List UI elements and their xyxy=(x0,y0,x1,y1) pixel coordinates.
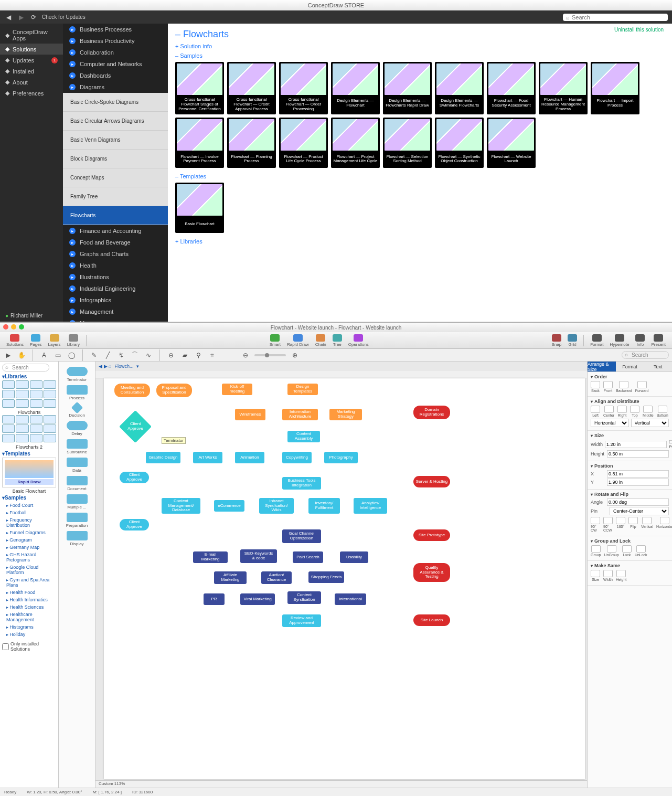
x-input[interactable] xyxy=(607,470,669,477)
tab-format[interactable]: Format xyxy=(616,362,644,372)
shape-data[interactable]: Data xyxy=(60,458,94,473)
tool-search-input[interactable]: Search xyxy=(622,351,669,359)
node[interactable]: Copywriting xyxy=(282,452,312,463)
same-row-height[interactable]: Height xyxy=(616,570,626,581)
zoom-out-icon[interactable]: ⊖ xyxy=(166,351,176,360)
nav-updates[interactable]: ◆ Updates1 xyxy=(0,55,63,66)
toolbar-smart[interactable]: Smart xyxy=(268,334,283,347)
angle-input[interactable] xyxy=(607,498,669,506)
position-title[interactable]: Position xyxy=(591,463,669,469)
sample-thumb[interactable]: Flowchart — Project Management Life Cycl… xyxy=(331,118,380,168)
same-row-width[interactable]: Width xyxy=(603,570,613,581)
sample-thumb[interactable]: Flowchart — Human Resource Management Pr… xyxy=(539,62,588,114)
pencil-tool[interactable]: ✎ xyxy=(89,351,99,360)
cat-finance-and-accounting[interactable]: Finance and Accounting xyxy=(63,225,168,237)
fill-tool[interactable]: ▰ xyxy=(180,351,189,360)
subcat-basic-circular-arrows-diagrams[interactable]: Basic Circular Arrows Diagrams xyxy=(63,112,168,131)
cat-diagrams[interactable]: Diagrams xyxy=(63,81,168,93)
text-tool[interactable]: A xyxy=(39,351,49,360)
flowcharts-shapes[interactable] xyxy=(2,380,56,408)
shape-decision[interactable]: Decision xyxy=(60,404,94,418)
tab-arrange[interactable]: Arrange & Size xyxy=(588,362,616,372)
nav-solutions[interactable]: ◆ Solutions xyxy=(0,44,63,55)
basic-flowchart-template[interactable]: Rapid Draw xyxy=(2,458,56,487)
order-row-backward[interactable]: Backward xyxy=(616,381,632,392)
toolbar-rapid-draw[interactable]: Rapid Draw xyxy=(285,334,311,347)
group-row-ungroup[interactable]: UnGroup xyxy=(604,545,618,557)
flowcharts2-shapes[interactable] xyxy=(2,415,56,442)
group-row-unlock[interactable]: UnLock xyxy=(635,545,647,557)
rect-tool[interactable]: ▭ xyxy=(53,351,62,360)
toolbar-grid[interactable]: Grid xyxy=(566,334,579,347)
reload-button[interactable]: ⟳ xyxy=(29,13,38,22)
crop-tool[interactable]: ⌗ xyxy=(207,351,217,360)
templates-header[interactable]: ▾Templates xyxy=(2,451,56,457)
cat-dashboards[interactable]: Dashboards xyxy=(63,70,168,81)
align-v-select[interactable]: Vertical xyxy=(631,419,669,427)
group-row-group[interactable]: Group xyxy=(591,545,601,557)
sample-link[interactable]: GHS Hazard Pictograms xyxy=(2,551,56,564)
sample-thumb[interactable]: Cross-functional Flowchart Stages of Per… xyxy=(175,62,224,114)
align-title[interactable]: Align and Distribute xyxy=(591,399,669,404)
pin-select[interactable]: Center-Center xyxy=(610,507,669,515)
node[interactable]: Photography xyxy=(324,452,358,463)
group-row-lock[interactable]: Lock xyxy=(622,545,632,557)
shape-process[interactable]: Process xyxy=(60,385,94,400)
sample-link[interactable]: Germany Map xyxy=(2,544,56,551)
order-row-forward[interactable]: Forward xyxy=(635,381,649,392)
node[interactable]: Content Syndication xyxy=(287,591,321,604)
toolbar-snap[interactable]: Snap xyxy=(549,334,563,347)
subcat-family-tree[interactable]: Family Tree xyxy=(63,187,168,206)
toolbar-tree[interactable]: Tree xyxy=(330,334,344,347)
node[interactable]: Affiliate Marketing xyxy=(214,571,247,584)
toolbar-chain[interactable]: Chain xyxy=(313,334,328,347)
node[interactable]: Information Architecture xyxy=(282,409,318,420)
same-row-size[interactable]: Size xyxy=(591,570,600,581)
height-input[interactable] xyxy=(607,450,669,458)
uninstall-link[interactable]: Uninstall this solution xyxy=(614,27,664,33)
cat-management[interactable]: Management xyxy=(63,306,168,317)
cat-industrial-engineering[interactable]: Industrial Engineering xyxy=(63,283,168,294)
section-templates[interactable]: – Templates xyxy=(175,173,665,179)
libraries-header[interactable]: ▾Libraries xyxy=(2,374,56,379)
shape-document[interactable]: Document xyxy=(60,476,94,491)
cat-health[interactable]: Health xyxy=(63,260,168,271)
sample-thumb[interactable]: Flowchart — Website Launch xyxy=(487,118,536,168)
sample-link[interactable]: Frequency Distribution xyxy=(2,516,56,529)
sample-link[interactable]: Funnel Diagrams xyxy=(2,529,56,536)
sample-link[interactable]: Holiday xyxy=(2,631,56,638)
section-solution-info[interactable]: + Solution info xyxy=(175,43,665,49)
eyedrop-tool[interactable]: ⚲ xyxy=(194,351,203,360)
width-input[interactable] xyxy=(605,441,667,448)
node[interactable]: Usability xyxy=(340,551,368,563)
nav-conceptdraw-apps[interactable]: ◆ ConceptDraw Apps xyxy=(0,27,63,44)
toolbar-operations[interactable]: Operations xyxy=(346,334,371,347)
subcat-basic-circle-spoke-diagrams[interactable]: Basic Circle-Spoke Diagrams xyxy=(63,93,168,112)
node-approve[interactable]: Client Approve xyxy=(119,410,152,443)
rotate-row-flip[interactable]: Flip xyxy=(628,517,638,532)
sample-link[interactable]: Health Sciences xyxy=(2,603,56,611)
node[interactable]: Domain Registrations xyxy=(413,406,450,419)
nav-about[interactable]: ◆ About xyxy=(0,77,63,88)
node[interactable]: Meeting and Consultation xyxy=(114,384,150,397)
y-input[interactable] xyxy=(607,479,669,486)
sample-thumb[interactable]: Flowchart — Invoice Payment Process xyxy=(175,118,224,168)
node[interactable]: Goal Channel Optimization xyxy=(282,529,321,543)
node[interactable]: Viral Marketing xyxy=(240,593,275,605)
node[interactable]: Kick-off meeting xyxy=(222,384,252,395)
window-controls[interactable] xyxy=(3,324,24,330)
rotate-row--[interactable]: 180° xyxy=(616,517,625,532)
pointer-tool[interactable]: ▶ xyxy=(3,351,13,360)
node[interactable]: E-mail Marketing xyxy=(193,551,228,563)
node[interactable]: SEO-Keywords & code xyxy=(240,549,277,563)
sample-thumb[interactable]: Flowchart — Food Security Assessment xyxy=(487,62,536,114)
node[interactable]: Business Tools Integration xyxy=(282,477,321,490)
align-row-middle[interactable]: Middle xyxy=(643,406,654,417)
sample-link[interactable]: Health Food xyxy=(2,589,56,596)
sample-link[interactable]: Food Court xyxy=(2,502,56,509)
template-thumb[interactable]: Basic Flowchart xyxy=(175,183,224,233)
toolbar-hypernote[interactable]: Hypernote xyxy=(608,334,632,347)
tab-text[interactable]: Text xyxy=(644,362,672,372)
nav-installed[interactable]: ◆ Installed xyxy=(0,66,63,77)
node[interactable]: Client Approve xyxy=(120,519,149,530)
